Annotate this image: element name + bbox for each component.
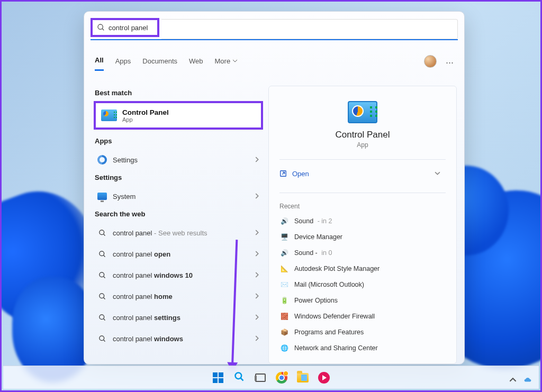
folder-icon — [297, 373, 309, 382]
recent-item[interactable]: 🔊Sound - in 2 — [279, 213, 446, 229]
recent-label: Device Manager — [294, 233, 342, 241]
result-label: control panel - See web results — [113, 229, 207, 237]
preview-panel: Control Panel App Open Recent 🔊Sound - i… — [268, 86, 457, 364]
chrome-icon — [276, 372, 287, 384]
chrome-button[interactable] — [274, 370, 290, 386]
task-view-icon — [255, 373, 266, 382]
recent-item[interactable]: 🖥️Device Manager — [279, 229, 446, 245]
result-settings-app[interactable]: Settings — [94, 149, 263, 170]
chevron-right-icon — [254, 271, 260, 279]
svg-line-7 — [103, 276, 105, 278]
web-suggestion[interactable]: control panel settings — [94, 307, 263, 328]
result-label: control panel home — [113, 293, 173, 300]
svg-point-4 — [99, 251, 104, 256]
svg-point-2 — [99, 230, 104, 234]
web-suggestion[interactable]: control panel home — [94, 286, 263, 307]
filter-tabs: All Apps Documents Web More — [95, 56, 238, 71]
chevron-right-icon — [254, 293, 260, 300]
open-action[interactable]: Open — [279, 165, 446, 182]
web-suggestion[interactable]: control panel open — [94, 243, 263, 265]
recent-item[interactable]: 🔋Power Options — [279, 293, 446, 308]
file-explorer-button[interactable] — [295, 370, 311, 386]
preview-title: Control Panel — [279, 130, 446, 140]
search-bar[interactable] — [161, 19, 458, 39]
tab-web[interactable]: Web — [189, 57, 203, 70]
chevron-down-icon[interactable] — [435, 170, 446, 178]
recent-label: Network and Sharing Center — [294, 344, 378, 352]
section-recent: Recent — [279, 203, 446, 210]
recent-item[interactable]: ✉️Mail (Microsoft Outlook) — [279, 277, 446, 293]
svg-point-15 — [236, 372, 242, 379]
user-avatar[interactable] — [424, 55, 437, 68]
system-tray[interactable] — [509, 376, 531, 384]
open-icon — [279, 170, 287, 177]
svg-line-16 — [241, 378, 243, 380]
svg-point-12 — [99, 335, 104, 340]
task-view-button[interactable] — [252, 370, 268, 386]
recent-label: Windows Defender Firewall — [294, 313, 375, 320]
recent-label: Sound - in 0 — [294, 249, 332, 257]
onedrive-icon[interactable] — [524, 376, 531, 384]
search-panel: All Apps Documents Web More ⋯ Best match… — [84, 11, 465, 364]
app-button[interactable] — [316, 370, 332, 386]
search-input[interactable] — [109, 24, 156, 32]
windows-logo-icon — [213, 372, 223, 383]
results-column: Best match Control Panel App Apps Settin… — [94, 86, 263, 364]
svg-line-13 — [103, 340, 105, 341]
svg-line-11 — [103, 318, 105, 320]
options-menu[interactable]: ⋯ — [446, 58, 455, 67]
recent-label: Mail (Microsoft Outlook) — [294, 281, 364, 288]
svg-line-9 — [103, 297, 105, 299]
search-button[interactable] — [231, 370, 247, 386]
sound-icon: 🔊 — [279, 248, 289, 258]
chevron-right-icon — [254, 250, 260, 258]
best-match-title: Control Panel — [122, 108, 169, 116]
start-button[interactable] — [210, 370, 226, 386]
web-suggestion[interactable]: control panel windows — [94, 328, 263, 349]
svg-line-3 — [103, 234, 105, 235]
divider — [279, 159, 446, 160]
section-settings: Settings — [95, 174, 263, 181]
web-suggestion[interactable]: control panel windows 10 — [94, 265, 263, 286]
svg-line-1 — [102, 29, 104, 30]
tab-more[interactable]: More — [215, 57, 238, 70]
search-icon — [97, 291, 107, 302]
chevron-up-icon[interactable] — [509, 376, 517, 384]
search-icon — [97, 23, 105, 32]
tab-documents[interactable]: Documents — [142, 57, 177, 70]
recent-item[interactable]: 🧱Windows Defender Firewall — [279, 308, 446, 324]
result-label: Settings — [113, 156, 138, 164]
search-focus-underline — [91, 39, 458, 40]
search-icon — [97, 249, 107, 259]
result-label: control panel windows 10 — [113, 271, 193, 279]
best-match-result[interactable]: Control Panel App — [94, 101, 263, 130]
svg-point-10 — [99, 314, 104, 319]
recent-label: Power Options — [294, 297, 338, 304]
control-panel-icon — [101, 110, 117, 121]
device-icon: 🖥️ — [279, 232, 289, 242]
chevron-down-icon — [232, 58, 238, 63]
recent-item[interactable]: 📐Autodesk Plot Style Manager — [279, 261, 446, 277]
section-best-match: Best match — [95, 89, 263, 97]
gear-icon — [97, 155, 107, 165]
tab-more-label: More — [215, 57, 231, 65]
section-apps: Apps — [95, 137, 263, 145]
firewall-icon: 🧱 — [279, 312, 289, 321]
chevron-right-icon — [254, 156, 260, 164]
network-icon: 🌐 — [279, 343, 289, 353]
recent-item[interactable]: 🌐Network and Sharing Center — [279, 340, 446, 356]
recent-label: Sound - in 2 — [294, 217, 332, 225]
recent-item[interactable]: 🔊Sound - in 0 — [279, 245, 446, 261]
search-icon — [97, 270, 107, 280]
tab-apps[interactable]: Apps — [115, 57, 131, 70]
recent-item[interactable]: 📦Programs and Features — [279, 324, 446, 340]
chevron-right-icon — [254, 229, 260, 237]
result-system-setting[interactable]: System — [94, 186, 263, 207]
svg-point-8 — [99, 293, 104, 298]
search-icon — [97, 333, 107, 344]
tab-all[interactable]: All — [95, 56, 104, 71]
best-match-subtitle: App — [122, 116, 169, 123]
search-icon — [97, 227, 107, 238]
taskbar — [3, 366, 539, 389]
sound-icon: 🔊 — [279, 216, 289, 226]
